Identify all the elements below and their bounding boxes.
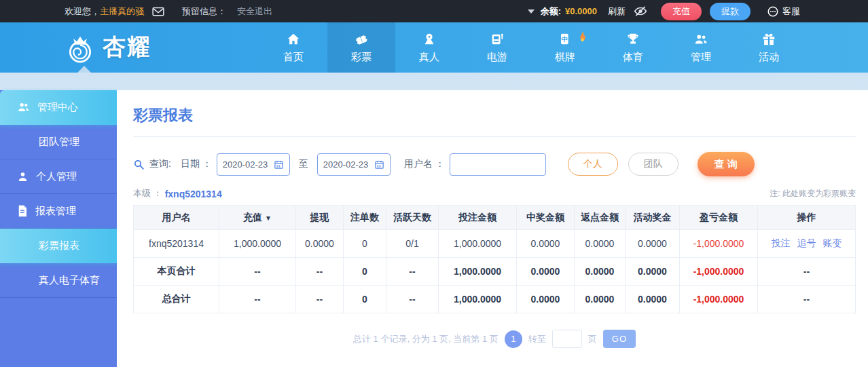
nav-item-boardgames[interactable]: 中 棋牌	[531, 22, 599, 73]
col-active-days: 活跃天数	[386, 206, 439, 230]
cell-actions: --	[758, 258, 856, 286]
current-page-button[interactable]: 1	[505, 330, 522, 348]
chase-number-link[interactable]: 追号	[797, 237, 816, 248]
sidebar-item-team-manage[interactable]: 团队管理	[0, 125, 117, 159]
cell-activity-bonus: 0.0000	[626, 230, 680, 258]
account-change-link[interactable]: 账变	[822, 237, 842, 248]
cell-profit-loss: -1,000.0000	[680, 258, 758, 286]
cell-recharge: --	[219, 286, 296, 313]
cell-bet-count: 0	[344, 258, 386, 286]
nav-item-home[interactable]: 首页	[259, 22, 327, 73]
hot-flame-icon	[577, 31, 587, 43]
refresh-button[interactable]: 刷新	[608, 5, 626, 18]
nav-item-label: 棋牌	[555, 51, 575, 64]
query-label: 查询:	[149, 158, 171, 170]
live-dealer-icon	[422, 32, 437, 47]
nav-item-label: 管理	[691, 51, 711, 64]
go-button[interactable]: GO	[603, 330, 636, 348]
recharge-button[interactable]: 充值	[661, 3, 702, 20]
date-to-input[interactable]: 2020-02-23	[317, 153, 391, 176]
nav-item-lottery[interactable]: 彩票	[327, 22, 395, 73]
sidebar-item-lottery-report[interactable]: 彩票报表	[0, 229, 117, 263]
cell-profit-loss: -1,000.0000	[680, 286, 758, 313]
calendar-icon[interactable]	[374, 159, 384, 170]
goto-label: 转至	[528, 333, 546, 345]
balance-label: 余额:	[541, 5, 561, 18]
col-recharge-sortable[interactable]: 充值 ▼	[219, 206, 296, 230]
date-from-value: 2020-02-23	[223, 159, 268, 170]
nav-item-label: 真人	[419, 51, 439, 64]
date-to-value: 2020-02-23	[323, 159, 369, 170]
personal-scope-button[interactable]: 个人	[568, 153, 618, 176]
logout-link[interactable]: 安全退出	[237, 5, 272, 18]
home-icon	[286, 32, 301, 47]
title-divider	[133, 136, 856, 137]
page-title: 彩票报表	[133, 105, 856, 125]
col-username: 用户名	[134, 206, 219, 230]
calendar-icon[interactable]	[274, 159, 284, 170]
table-row: fxnq5201314 1,000.0000 0.0000 0 0/1 1,00…	[134, 230, 856, 258]
cell-actions: --	[758, 286, 856, 313]
search-toolbar: 查询: 日期 ： 2020-02-23 至 2020-02-23 用户名 ： 个…	[133, 152, 856, 176]
nav-item-egames[interactable]: 电游	[463, 22, 531, 73]
date-from-input[interactable]: 2020-02-23	[217, 153, 290, 176]
col-rebate-amount: 返点金额	[575, 206, 626, 230]
gift-icon	[761, 32, 776, 47]
sidebar-item-report-manage[interactable]: 报表管理	[0, 194, 117, 229]
sort-desc-icon: ▼	[265, 214, 272, 222]
cell-bet-count: 0	[344, 230, 386, 258]
brand-name: 杏耀	[103, 32, 151, 63]
nav-item-label: 首页	[283, 51, 304, 64]
to-label: 至	[299, 158, 308, 170]
nav-item-manage[interactable]: 管理	[667, 22, 735, 73]
grand-total-row: 总合计 -- -- 0 -- 1,000.0000 0.0000 0.0000 …	[134, 286, 856, 313]
cell-profit-loss: -1,000.0000	[680, 230, 758, 258]
nav-item-activity[interactable]: 活动	[735, 22, 803, 73]
chat-icon	[767, 5, 779, 18]
team-icon	[17, 102, 30, 113]
level-label: 本级 ：	[133, 187, 162, 199]
level-row: 本级 ： fxnq5201314 注: 此处账变为彩票账变	[133, 187, 856, 199]
nav-item-live[interactable]: 真人	[395, 22, 463, 73]
nav-item-label: 活动	[759, 51, 779, 64]
chevron-down-icon[interactable]	[528, 9, 535, 14]
goto-page-input[interactable]	[552, 330, 582, 348]
pagination-summary: 总计 1 个记录, 分为 1 页, 当前第 1 页	[353, 333, 499, 345]
mail-icon[interactable]	[152, 7, 164, 16]
cell-activity-bonus: 0.0000	[626, 258, 680, 286]
content-panel: 彩票报表 查询: 日期 ： 2020-02-23 至 2020-02-23 用户…	[117, 90, 868, 367]
cell-actions: 投注 追号 账变	[758, 230, 856, 258]
pagination: 总计 1 个记录, 分为 1 页, 当前第 1 页 1 转至 页 GO	[133, 330, 856, 348]
cell-withdraw: --	[296, 286, 344, 313]
sidebar-item-personal-manage[interactable]: 个人管理	[0, 159, 117, 194]
cell-rebate-amount: 0.0000	[575, 258, 626, 286]
username-input[interactable]	[450, 153, 546, 176]
col-win-amount: 中奖金额	[517, 206, 575, 230]
nav-item-sports[interactable]: 体育	[599, 22, 667, 73]
topbar: 欢迎您， 主播真的骚 预留信息： 安全退出 余额: ¥0.0000 刷新 充值 …	[0, 0, 868, 22]
nav-menu: 首页 彩票 真人 电游 中 棋牌 体育 管理 活动	[259, 22, 803, 73]
bet-detail-link[interactable]: 投注	[772, 237, 791, 248]
level-username-link[interactable]: fxnq5201314	[165, 189, 222, 199]
page-total-row: 本页合计 -- -- 0 -- 1,000.0000 0.0000 0.0000…	[134, 258, 856, 286]
search-button[interactable]: 查 询	[698, 152, 755, 176]
customer-service-button[interactable]: 客服	[767, 5, 800, 18]
table-header-row: 用户名 充值 ▼ 提现 注单数 活跃天数 投注金额 中奖金额 返点金额 活动奖金…	[134, 206, 856, 230]
brand-logo[interactable]: 杏耀	[62, 30, 151, 65]
document-icon	[17, 205, 28, 217]
mahjong-tile-icon: 中	[558, 32, 573, 47]
team-scope-button[interactable]: 团队	[628, 153, 679, 176]
cell-bet-amount: 1,000.0000	[439, 258, 517, 286]
withdraw-button[interactable]: 提款	[710, 3, 751, 20]
sidebar-item-manage-center[interactable]: 管理中心	[0, 90, 117, 125]
cell-recharge: 1,000.0000	[219, 230, 296, 258]
cell-rebate-amount: 0.0000	[575, 230, 626, 258]
sidebar-item-label: 真人电子体育	[39, 274, 100, 287]
col-actions: 操作	[758, 206, 856, 230]
nav-item-label: 体育	[623, 51, 643, 64]
page-unit-label: 页	[588, 333, 597, 345]
eye-slash-icon[interactable]	[634, 5, 647, 17]
sidebar-item-live-esports[interactable]: 真人电子体育	[0, 263, 117, 298]
cell-label: 总合计	[134, 286, 219, 313]
welcome-label: 欢迎您，	[65, 5, 100, 18]
